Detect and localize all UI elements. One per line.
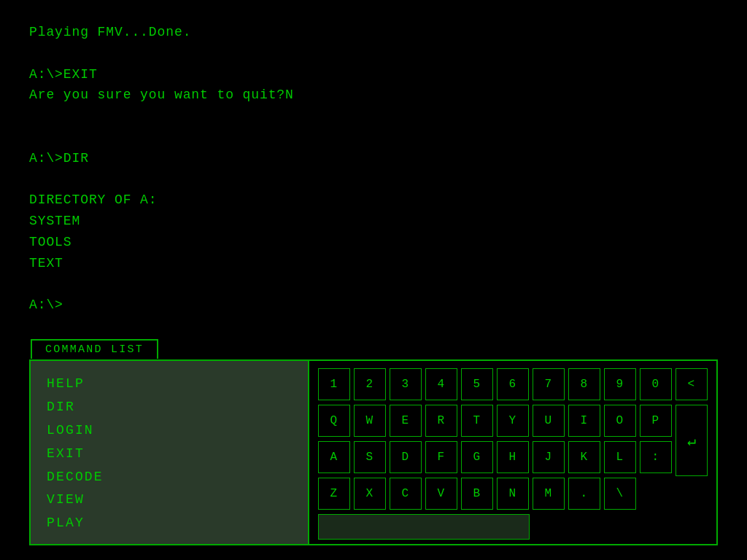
command-item-view[interactable]: VIEW bbox=[47, 490, 292, 510]
key-7[interactable]: 7 bbox=[533, 368, 565, 400]
command-panel-tab: COMMAND LIST bbox=[31, 339, 158, 359]
command-item-exit[interactable]: EXIT bbox=[47, 444, 292, 464]
key-V[interactable]: V bbox=[425, 478, 457, 510]
key-x[interactable]: . bbox=[568, 478, 600, 510]
rows-with-enter: QWERTYUIOP ASDFGHJKL: ZXCVBNM.\ ↵ bbox=[318, 405, 708, 510]
key-Z[interactable]: Z bbox=[318, 478, 350, 510]
key-G[interactable]: G bbox=[461, 441, 493, 473]
key-x[interactable]: \ bbox=[604, 478, 636, 510]
panel-inner: HELPDIRLOGINEXITDECODEVIEWPLAY 123456789… bbox=[31, 361, 716, 544]
key-5[interactable]: 5 bbox=[461, 368, 493, 400]
key-row-qwerty: QWERTYUIOP bbox=[318, 405, 672, 437]
command-item-decode[interactable]: DECODE bbox=[47, 467, 292, 488]
key-3[interactable]: 3 bbox=[390, 368, 422, 400]
terminal-output: Playing FMV...Done. A:\>EXIT Are you sur… bbox=[0, 0, 747, 357]
text-input-box[interactable] bbox=[318, 514, 530, 540]
key-L[interactable]: L bbox=[604, 441, 636, 473]
key-Q[interactable]: Q bbox=[318, 405, 350, 437]
key-P[interactable]: P bbox=[640, 405, 672, 437]
key-Y[interactable]: Y bbox=[497, 405, 529, 437]
key-D[interactable]: D bbox=[390, 441, 422, 473]
keyboard-rows: 1234567890< QWERTYUIOP ASDFGHJKL: ZXCVBN… bbox=[318, 368, 708, 510]
command-item-play[interactable]: PLAY bbox=[47, 513, 292, 534]
key-row-asdf: ASDFGHJKL: bbox=[318, 441, 672, 473]
text-input-row bbox=[318, 514, 708, 540]
key-F[interactable]: F bbox=[425, 441, 457, 473]
key-x[interactable]: : bbox=[640, 441, 672, 473]
key-I[interactable]: I bbox=[568, 405, 600, 437]
rows-left: QWERTYUIOP ASDFGHJKL: ZXCVBNM.\ bbox=[318, 405, 672, 510]
key-B[interactable]: B bbox=[461, 478, 493, 510]
command-list: HELPDIRLOGINEXITDECODEVIEWPLAY bbox=[31, 361, 309, 544]
key-W[interactable]: W bbox=[354, 405, 386, 437]
key-x[interactable]: < bbox=[676, 368, 708, 400]
command-panel: COMMAND LIST HELPDIRLOGINEXITDECODEVIEWP… bbox=[29, 359, 718, 545]
key-4[interactable]: 4 bbox=[425, 368, 457, 400]
key-2[interactable]: 2 bbox=[354, 368, 386, 400]
command-item-dir[interactable]: DIR bbox=[47, 397, 292, 418]
key-S[interactable]: S bbox=[354, 441, 386, 473]
key-K[interactable]: K bbox=[568, 441, 600, 473]
enter-icon: ↵ bbox=[687, 432, 696, 450]
enter-key[interactable]: ↵ bbox=[676, 405, 708, 476]
command-item-help[interactable]: HELP bbox=[47, 374, 292, 394]
key-C[interactable]: C bbox=[390, 478, 422, 510]
key-E[interactable]: E bbox=[390, 405, 422, 437]
key-6[interactable]: 6 bbox=[497, 368, 529, 400]
keyboard-section: 1234567890< QWERTYUIOP ASDFGHJKL: ZXCVBN… bbox=[309, 361, 716, 544]
key-A[interactable]: A bbox=[318, 441, 350, 473]
key-M[interactable]: M bbox=[533, 478, 565, 510]
command-item-login[interactable]: LOGIN bbox=[47, 421, 292, 441]
key-0[interactable]: 0 bbox=[640, 368, 672, 400]
key-H[interactable]: H bbox=[497, 441, 529, 473]
key-9[interactable]: 9 bbox=[604, 368, 636, 400]
key-8[interactable]: 8 bbox=[568, 368, 600, 400]
key-O[interactable]: O bbox=[604, 405, 636, 437]
key-X[interactable]: X bbox=[354, 478, 386, 510]
key-T[interactable]: T bbox=[461, 405, 493, 437]
key-U[interactable]: U bbox=[533, 405, 565, 437]
key-J[interactable]: J bbox=[533, 441, 565, 473]
key-row-zxcv: ZXCVBNM.\ bbox=[318, 478, 672, 510]
key-1[interactable]: 1 bbox=[318, 368, 350, 400]
key-N[interactable]: N bbox=[497, 478, 529, 510]
key-R[interactable]: R bbox=[425, 405, 457, 437]
key-row-numbers: 1234567890< bbox=[318, 368, 708, 400]
